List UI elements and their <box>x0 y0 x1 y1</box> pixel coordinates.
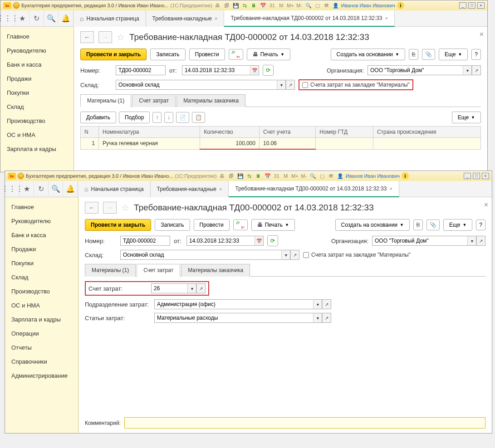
close-tab-icon[interactable]: × <box>389 186 392 191</box>
cost-accounts-checkbox[interactable] <box>303 252 309 258</box>
cost-item-input[interactable] <box>154 313 313 323</box>
close-tab-icon[interactable]: × <box>215 16 217 21</box>
post-button[interactable]: Провести <box>189 49 225 60</box>
apps-icon[interactable]: ⋮⋮⋮ <box>0 10 15 27</box>
sidebar-item-sales[interactable]: Продажи <box>0 72 74 86</box>
user-name[interactable]: Иванов Иван Иванович <box>346 173 400 179</box>
number-input[interactable] <box>116 65 166 75</box>
dropdown-icon[interactable]: ▾ <box>313 313 322 323</box>
close-tab-icon[interactable]: × <box>385 15 387 21</box>
open-icon[interactable]: ↗ <box>290 250 299 260</box>
save-icon[interactable]: 💾 <box>232 2 240 9</box>
add-row-button[interactable]: Добавить <box>80 112 116 123</box>
dropdown-icon[interactable]: ▾ <box>281 250 290 260</box>
open-icon[interactable]: ↗ <box>476 236 485 246</box>
tab-customer-materials[interactable]: Материалы заказчика <box>181 264 250 277</box>
info-icon[interactable]: i <box>402 172 409 180</box>
tab-list[interactable]: Требования-накладные× <box>146 10 225 27</box>
cell-quantity[interactable]: 100,000 <box>200 138 260 150</box>
sidebar-item-main[interactable]: Главное <box>5 200 78 214</box>
post-and-close-button[interactable]: Провести и закрыть <box>85 219 151 231</box>
help-button[interactable]: ? <box>476 219 485 230</box>
close-document-icon[interactable]: × <box>484 201 488 209</box>
tab-home[interactable]: ⌂Начальная страница <box>78 181 151 197</box>
favorite-icon[interactable]: ★ <box>15 10 29 27</box>
more-table-button[interactable]: Еще▼ <box>452 112 481 123</box>
panel-icon[interactable]: ▢ <box>314 2 321 9</box>
user-name[interactable]: Иванов Иван Иванович <box>341 3 395 8</box>
tab-cost-account[interactable]: Счет затрат <box>132 94 176 107</box>
tab-materials[interactable]: Материалы (1) <box>80 94 131 107</box>
structure-button[interactable]: ⎘ <box>409 49 418 60</box>
notifications-icon[interactable]: 🔔 <box>63 181 78 197</box>
star-icon[interactable]: ☆ <box>121 202 129 213</box>
sidebar-item-manager[interactable]: Руководителю <box>5 214 78 228</box>
forward-button[interactable]: → <box>103 202 117 214</box>
open-icon[interactable]: ↗ <box>322 313 331 323</box>
apps-icon[interactable]: ⋮⋮⋮ <box>5 181 20 197</box>
sidebar-item-production[interactable]: Производство <box>0 114 74 128</box>
m-plus-icon[interactable]: M+ <box>287 2 294 9</box>
move-up-button[interactable]: ↑ <box>152 112 162 123</box>
m-icon[interactable]: M <box>278 2 285 9</box>
open-icon[interactable]: ↗ <box>472 65 481 75</box>
sidebar-item-assets[interactable]: ОС и НМА <box>0 128 74 142</box>
calc-icon[interactable]: 🖩 <box>250 2 258 9</box>
sidebar-item-reports[interactable]: Отчеты <box>5 341 78 355</box>
copy-button[interactable]: 📄 <box>176 112 189 123</box>
help-button[interactable]: ? <box>471 49 481 60</box>
attach-button[interactable]: 📎 <box>422 49 435 60</box>
calendar-icon[interactable]: 📅 <box>260 2 267 9</box>
dropdown-icon[interactable]: ▾ <box>277 80 286 90</box>
movements-button[interactable] <box>229 49 243 60</box>
pick-button[interactable]: Подбор <box>119 112 150 123</box>
sidebar-item-main[interactable]: Главное <box>0 29 74 44</box>
more-button[interactable]: Еще▼ <box>443 219 472 231</box>
sidebar-item-operations[interactable]: Операции <box>5 326 78 341</box>
table-row[interactable]: 1 Ручка гелевая черная 100,000 10.06 <box>81 138 481 150</box>
date-input[interactable] <box>182 65 250 75</box>
more-button[interactable]: Еще▼ <box>439 49 468 60</box>
maximize-button[interactable]: □ <box>473 173 480 179</box>
zoom-icon[interactable]: 🔍 <box>309 172 317 180</box>
sidebar-item-bank[interactable]: Банк и касса <box>5 228 78 242</box>
sidebar-item-warehouse[interactable]: Склад <box>5 270 78 284</box>
post-button[interactable]: Провести <box>194 219 230 231</box>
save-button[interactable]: Записать <box>150 49 185 60</box>
dropdown-icon[interactable]: ▾ <box>463 65 472 75</box>
print-button[interactable]: 🖶Печать▼ <box>247 49 290 60</box>
date-icon[interactable]: 31 <box>269 2 276 9</box>
refresh-icon[interactable]: ⟳ <box>263 65 274 76</box>
sidebar-item-bank[interactable]: Банк и касса <box>0 58 74 72</box>
history-icon[interactable]: ↻ <box>29 10 44 27</box>
refresh-icon[interactable]: ⟳ <box>267 235 278 246</box>
close-button[interactable]: × <box>482 173 489 179</box>
cell-nomenclature[interactable]: Ручка гелевая черная <box>99 138 200 150</box>
sidebar-item-catalogs[interactable]: Справочники <box>5 355 78 369</box>
calc-icon[interactable]: 🖩 <box>255 172 262 180</box>
search-icon[interactable]: 🔍 <box>49 181 63 197</box>
favorite-icon[interactable]: ★ <box>20 181 34 197</box>
open-icon[interactable]: ↗ <box>196 283 206 293</box>
tab-cost-account[interactable]: Счет затрат <box>137 264 180 277</box>
back-button[interactable]: ← <box>80 31 94 43</box>
print-button[interactable]: 🖶Печать▼ <box>251 219 295 231</box>
print-icon[interactable]: 🖶 <box>214 2 221 9</box>
dropdown-icon[interactable]: ▾ <box>467 236 476 246</box>
compare-icon[interactable]: ⇆ <box>241 2 249 9</box>
save-button[interactable]: Записать <box>155 219 190 231</box>
back-button[interactable]: ← <box>85 202 98 214</box>
create-based-button[interactable]: Создать на основании▼ <box>331 49 405 60</box>
sidebar-item-sales[interactable]: Продажи <box>5 242 78 256</box>
sidebar-item-hr[interactable]: Зарплата и кадры <box>0 142 74 156</box>
date-input[interactable] <box>186 236 255 246</box>
attach-button[interactable]: 📎 <box>426 219 440 230</box>
org-input[interactable] <box>368 65 463 75</box>
post-and-close-button[interactable]: Провести и закрыть <box>80 49 147 60</box>
save-icon[interactable]: 💾 <box>237 172 244 180</box>
cell-gtd[interactable] <box>316 138 373 150</box>
sidebar-item-hr[interactable]: Зарплата и кадры <box>5 312 78 326</box>
dropdown-icon[interactable] <box>18 173 24 179</box>
paste-button[interactable]: 📋 <box>192 112 205 123</box>
number-input[interactable] <box>120 236 170 246</box>
